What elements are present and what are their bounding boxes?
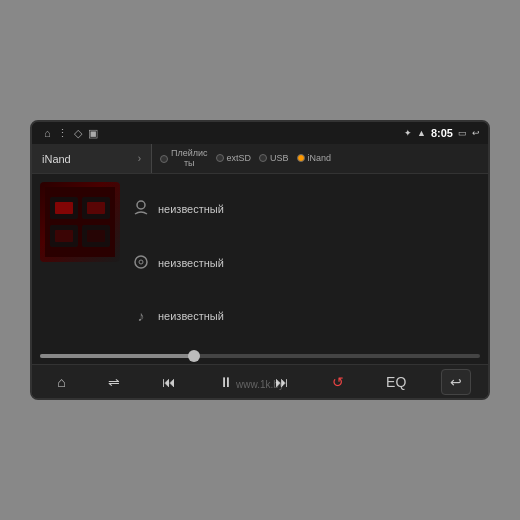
- image-icon: ▣: [88, 127, 98, 140]
- tab-dot-extsd: [216, 154, 224, 162]
- repeat-button[interactable]: ↺: [324, 370, 352, 394]
- tab-label-inand: iNand: [308, 154, 332, 164]
- tab-label-usb: USB: [270, 154, 289, 164]
- shuffle-button[interactable]: ⇌: [100, 370, 128, 394]
- artist-row: неизвестный: [132, 200, 480, 219]
- bluetooth-icon: ✦: [404, 128, 412, 138]
- device-frame: ⌂ ⋮ ◇ ▣ ✦ ▲ 8:05 ▭ ↩ iNand ›: [30, 120, 490, 400]
- title-row: ♪ неизвестный: [132, 308, 480, 324]
- content-row: неизвестный неизвестный ♪ неизвестный: [32, 174, 488, 350]
- diamond-icon: ◇: [74, 127, 82, 140]
- artist-icon: [132, 200, 150, 219]
- album-art-svg: [45, 187, 115, 257]
- status-right-icons: ✦ ▲ 8:05 ▭ ↩: [404, 127, 480, 139]
- svg-rect-4: [87, 202, 105, 214]
- tab-area: Плейлисты extSD USB iNand: [152, 149, 488, 169]
- home-icon: ⌂: [44, 127, 51, 139]
- home-button[interactable]: ⌂: [49, 370, 73, 394]
- svg-rect-6: [55, 230, 73, 242]
- tab-playlist[interactable]: Плейлисты: [160, 149, 208, 169]
- eq-label: EQ: [386, 374, 406, 390]
- album-text: неизвестный: [158, 257, 224, 269]
- home-ctrl-icon: ⌂: [57, 374, 65, 390]
- play-icon: ⏸: [219, 374, 233, 390]
- status-left-icons: ⌂ ⋮ ◇ ▣: [40, 127, 400, 140]
- tab-dot-usb: [259, 154, 267, 162]
- tab-inand[interactable]: iNand: [297, 154, 332, 164]
- repeat-icon: ↺: [332, 374, 344, 390]
- svg-point-9: [137, 201, 145, 209]
- tab-usb[interactable]: USB: [259, 154, 289, 164]
- tab-dot-inand: [297, 154, 305, 162]
- back-status-icon: ↩: [472, 128, 480, 138]
- prev-icon: ⏮: [162, 374, 176, 390]
- back-button[interactable]: ↩: [441, 369, 471, 395]
- track-info: неизвестный неизвестный ♪ неизвестный: [132, 182, 480, 342]
- svg-point-10: [135, 256, 147, 268]
- source-label: iNand: [42, 153, 71, 165]
- progress-fill: [40, 354, 194, 358]
- prev-button[interactable]: ⏮: [154, 370, 184, 394]
- tab-extsd[interactable]: extSD: [216, 154, 252, 164]
- source-selector[interactable]: iNand ›: [32, 144, 152, 173]
- tab-dot-playlist: [160, 155, 168, 163]
- shuffle-icon: ⇌: [108, 374, 120, 390]
- tab-label-extsd: extSD: [227, 154, 252, 164]
- menu-icon: ⋮: [57, 127, 68, 140]
- artist-text: неизвестный: [158, 203, 224, 215]
- main-content: iNand › Плейлисты extSD USB: [32, 144, 488, 398]
- back-icon: ↩: [450, 374, 462, 390]
- eq-button[interactable]: EQ: [378, 370, 414, 394]
- status-time: 8:05: [431, 127, 453, 139]
- progress-track[interactable]: [40, 354, 480, 358]
- top-nav: iNand › Плейлисты extSD USB: [32, 144, 488, 174]
- watermark: www.1k.by: [236, 379, 284, 390]
- svg-point-11: [139, 260, 143, 264]
- status-bar: ⌂ ⋮ ◇ ▣ ✦ ▲ 8:05 ▭ ↩: [32, 122, 488, 144]
- tab-label-playlist: Плейлисты: [171, 149, 208, 169]
- battery-icon: ▭: [458, 128, 467, 138]
- title-text: неизвестный: [158, 310, 224, 322]
- album-icon: [132, 254, 150, 273]
- svg-rect-2: [55, 202, 73, 214]
- album-art: [40, 182, 120, 262]
- source-arrow: ›: [138, 153, 141, 164]
- album-row: неизвестный: [132, 254, 480, 273]
- svg-rect-8: [87, 230, 105, 242]
- progress-area[interactable]: [32, 350, 488, 364]
- progress-thumb[interactable]: [188, 350, 200, 362]
- note-icon: ♪: [132, 308, 150, 324]
- signal-icon: ▲: [417, 128, 426, 138]
